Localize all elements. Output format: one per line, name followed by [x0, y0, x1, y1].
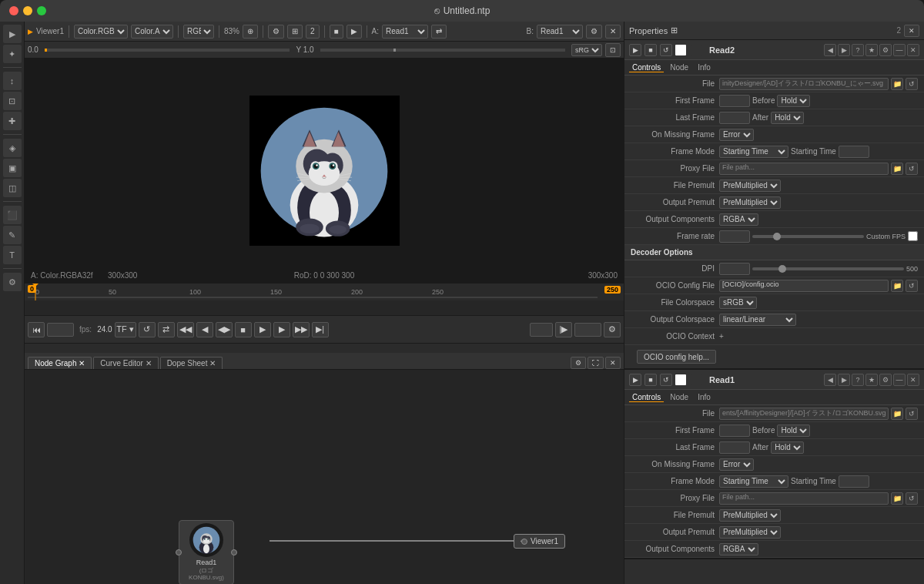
settings-btn-2[interactable]: ⚙: [586, 25, 602, 39]
close-viewer-btn[interactable]: ✕: [605, 25, 621, 39]
play-back-btn[interactable]: ◀▶: [216, 322, 233, 337]
tool-wipe[interactable]: ◫: [3, 179, 22, 197]
next-keyframe-btn[interactable]: ▶▶: [293, 322, 310, 337]
props-close[interactable]: ✕: [904, 25, 919, 37]
prev-frame-btn[interactable]: ◀: [196, 322, 213, 337]
stop-play-btn[interactable]: ■: [235, 322, 252, 337]
read2-first-frame-input[interactable]: 1: [719, 95, 750, 107]
read2-proxy-reload[interactable]: ↺: [906, 163, 918, 175]
node-graph-expand[interactable]: ⛶: [588, 357, 604, 369]
node-graph-pin[interactable]: ✕: [605, 357, 621, 369]
tab-node-graph[interactable]: Node Graph ✕: [28, 357, 92, 369]
timeline-ruler[interactable]: 0 0 50 100 150 200 250: [25, 284, 624, 300]
tf-btn[interactable]: TF ▾: [115, 322, 136, 337]
tool-settings[interactable]: ⚙: [3, 273, 22, 291]
read1-close-x[interactable]: ✕: [907, 374, 919, 386]
read1-file-premult-select[interactable]: PreMultiplied: [719, 509, 781, 522]
read2-file-premult-select[interactable]: PreMultiplied: [719, 180, 781, 192]
read1-tab-node[interactable]: Node: [667, 393, 691, 401]
read2-starting-time-input[interactable]: 1: [839, 146, 869, 158]
read2-dpi-input[interactable]: 90: [719, 263, 750, 275]
read2-step[interactable]: ↺: [660, 44, 672, 56]
read2-tab-info[interactable]: Info: [695, 63, 714, 72]
read1-tab-controls[interactable]: Controls: [629, 393, 664, 402]
tool-clone[interactable]: ✚: [3, 112, 22, 130]
read1-step[interactable]: ↺: [660, 374, 672, 386]
read1-file-folder[interactable]: 📁: [891, 408, 903, 420]
read1-next[interactable]: ▶: [838, 374, 850, 386]
input-a-select[interactable]: Read1: [382, 25, 428, 39]
read1-last-frame-input[interactable]: 1: [719, 441, 750, 454]
read2-missing-frame-select[interactable]: Error: [719, 129, 754, 141]
zoom-fit-btn[interactable]: ⊡: [605, 43, 621, 57]
read2-proxy-path[interactable]: File path...: [719, 163, 889, 175]
read1-starting-time-input[interactable]: 1: [839, 475, 869, 488]
read2-bookmark[interactable]: ★: [865, 44, 878, 56]
read2-dpi-slider[interactable]: [752, 267, 904, 270]
tool-viewer[interactable]: ▶: [3, 25, 22, 43]
read2-output-colorspace-select[interactable]: linear/Linear: [719, 314, 796, 326]
prev-keyframe-btn[interactable]: ◀◀: [177, 322, 194, 337]
read1-proxy-folder[interactable]: 📁: [891, 492, 903, 505]
read2-framerate-input[interactable]: 24.0: [719, 230, 750, 243]
channel-select[interactable]: Color.A: [131, 25, 173, 39]
close-button[interactable]: [9, 6, 18, 15]
settings-btn[interactable]: ⚙: [268, 25, 284, 39]
read1-prev[interactable]: ◀: [824, 374, 836, 386]
play-fwd-btn[interactable]: ▶: [254, 322, 271, 337]
tool-node[interactable]: ◈: [3, 139, 22, 157]
stop-btn[interactable]: ■: [330, 25, 343, 39]
colorspace-select[interactable]: RGB: [183, 25, 214, 39]
read1-proxy-reload[interactable]: ↺: [906, 492, 918, 505]
read2-output-comp-select[interactable]: RGBA: [719, 213, 758, 226]
read2-custom-fps-checkbox[interactable]: [908, 231, 918, 241]
grid-btn[interactable]: ⊞: [287, 25, 303, 39]
read2-after-select[interactable]: Hold: [771, 112, 804, 124]
zoom-button[interactable]: ⊕: [243, 25, 258, 39]
read2-next[interactable]: ▶: [838, 44, 850, 56]
maximize-button[interactable]: [37, 6, 46, 15]
num2-btn[interactable]: 2: [306, 25, 320, 39]
read2-frame-mode-select[interactable]: Starting Time: [719, 146, 788, 158]
read2-close-x[interactable]: ✕: [907, 44, 919, 56]
read1-settings[interactable]: ⚙: [879, 374, 892, 386]
tool-mask[interactable]: ⬛: [3, 206, 22, 224]
read2-help[interactable]: ?: [852, 44, 864, 56]
loop-btn[interactable]: ↺: [139, 322, 156, 337]
tool-pen[interactable]: ✎: [3, 226, 22, 244]
read1-minus[interactable]: —: [893, 374, 906, 386]
next-frame-btn[interactable]: ▶: [273, 322, 290, 337]
read2-stop[interactable]: ■: [644, 44, 657, 56]
read1-frame-mode-select[interactable]: Starting Time: [719, 475, 788, 488]
tool-transform[interactable]: ↕: [3, 72, 22, 90]
minimize-button[interactable]: [23, 6, 32, 15]
read2-file-folder[interactable]: 📁: [891, 78, 903, 90]
read2-settings[interactable]: ⚙: [879, 44, 892, 56]
read1-node[interactable]: Read1 (ロゴKONBU.svg): [179, 520, 234, 584]
read1-file-path[interactable]: ents/[AffinityDesigner]/[AD]イラスト/ロゴKONBU…: [719, 408, 889, 420]
read2-last-frame-input[interactable]: 1: [719, 112, 750, 124]
read2-tab-controls[interactable]: Controls: [629, 63, 664, 72]
props-scroll[interactable]: ▶ ■ ↺ Read2 ◀ ▶ ? ★ ⚙ — ✕: [624, 40, 924, 584]
read2-before-select[interactable]: Hold: [777, 95, 810, 107]
node-canvas[interactable]: Read1 (ロゴKONBU.svg): [25, 370, 624, 584]
input-b-select[interactable]: Read1: [537, 25, 583, 39]
end-frame-input[interactable]: 250: [574, 323, 601, 337]
read1-proxy-path[interactable]: File path...: [719, 492, 889, 505]
settings-pb-btn[interactable]: ⚙: [604, 322, 621, 337]
read1-output-premult-select[interactable]: PreMultiplied: [719, 526, 781, 539]
read2-ocio-folder[interactable]: 📁: [891, 280, 903, 292]
first-frame-btn[interactable]: ⏮: [28, 322, 45, 337]
color-mode-select[interactable]: Color.RGBA: [74, 25, 128, 39]
read1-file-reload[interactable]: ↺: [906, 408, 918, 420]
viewer-canvas[interactable]: A: Color.RGBA32f 300x300 RoD: 0 0 300 30…: [25, 59, 624, 283]
read2-prev[interactable]: ◀: [824, 44, 836, 56]
read1-port-right[interactable]: [231, 549, 237, 555]
read1-stop[interactable]: ■: [644, 374, 657, 386]
ocio-help-btn[interactable]: OCIO config help...: [637, 350, 716, 364]
read1-help[interactable]: ?: [852, 374, 864, 386]
read1-after-select[interactable]: Hold: [771, 441, 804, 454]
read1-box[interactable]: Read1 (ロゴKONBU.svg): [179, 520, 234, 584]
read1-play[interactable]: ▶: [629, 374, 641, 386]
read2-minus[interactable]: —: [893, 44, 906, 56]
